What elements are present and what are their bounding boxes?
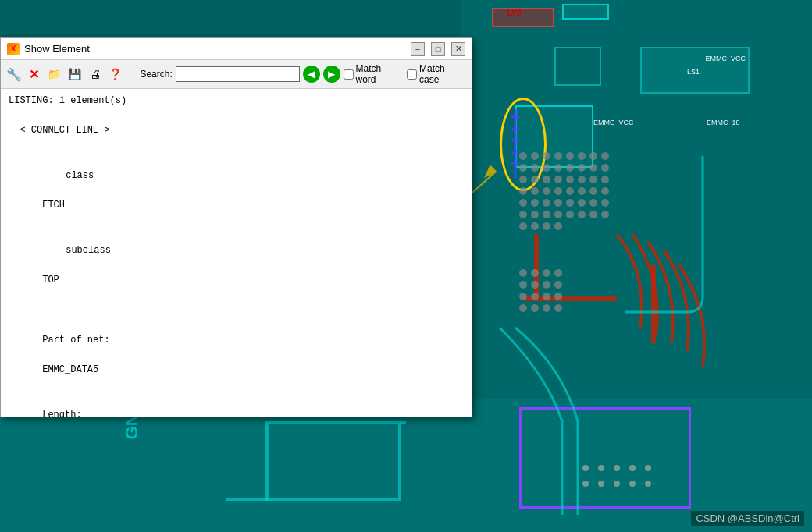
purple-border-rect — [519, 407, 691, 509]
net-label: Part of net: — [42, 335, 109, 346]
match-case-checkbox[interactable] — [407, 69, 417, 80]
dialog-title-area: X Show Element — [7, 43, 90, 55]
net-spacer — [42, 349, 65, 360]
blank-2 — [9, 139, 464, 154]
red-trace-2 — [523, 296, 617, 301]
listing-line: LISTING: 1 element(s) — [9, 94, 464, 108]
cyan-trace-1 — [226, 498, 398, 501]
pcb-ic-2 — [554, 47, 601, 86]
tool-save-button[interactable]: 💾 — [66, 66, 84, 83]
search-input[interactable] — [176, 66, 300, 82]
pcb-label-1: EMMC_VCC — [705, 55, 746, 62]
class-line: class ETCH — [9, 154, 464, 229]
close-button[interactable]: ✕ — [451, 42, 465, 56]
length-label: Length: — [42, 410, 81, 417]
blank-1 — [9, 108, 464, 123]
search-next-button[interactable]: ▶ — [323, 66, 340, 83]
blank-3 — [9, 303, 464, 318]
match-word-checkbox[interactable] — [344, 69, 354, 80]
search-prev-button[interactable]: ◀ — [303, 66, 320, 83]
red-trace-3 — [651, 265, 656, 343]
show-element-dialog: X Show Element − □ ✕ 🔧 ✕ 📁 💾 🖨 ❓ Search:… — [0, 37, 472, 417]
subclass-value: TOP — [42, 275, 59, 286]
subclass-spacer — [42, 260, 87, 271]
dialog-title-text: Show Element — [24, 43, 90, 55]
class-value: ETCH — [42, 200, 65, 211]
tool-cursor-button[interactable]: 🔧 — [5, 66, 23, 83]
dialog-window-controls: − □ ✕ — [411, 42, 465, 56]
red-trace-1 — [534, 234, 539, 296]
pcb-component-2 — [562, 4, 609, 20]
cyan-trace-2 — [398, 423, 401, 501]
subclass-label: subclass — [42, 245, 111, 256]
length-line: Length: 138.1706 — [9, 393, 464, 417]
dialog-content-area[interactable]: LISTING: 1 element(s) < CONNECT LINE > c… — [1, 89, 472, 417]
minimize-button[interactable]: − — [411, 42, 425, 56]
watermark: CSDN @ABSDin@Ctrl — [691, 511, 804, 526]
subclass-line: subclass TOP — [9, 229, 464, 303]
net-line: Part of net: EMMC_DATA5 — [9, 318, 464, 393]
dialog-app-icon: X — [7, 43, 20, 55]
pcb-component-large — [640, 47, 750, 94]
cyan-trace-3 — [265, 421, 406, 424]
dialog-toolbar: 🔧 ✕ 📁 💾 🖨 ❓ Search: ◀ ▶ Match word Match… — [1, 60, 472, 89]
toolbar-separator — [130, 66, 130, 82]
class-label: class — [42, 170, 94, 181]
dialog-titlebar: X Show Element − □ ✕ — [1, 38, 472, 60]
match-case-label: Match case — [407, 63, 467, 85]
tool-help-button[interactable]: ❓ — [107, 66, 124, 83]
connect-line: < CONNECT LINE > — [9, 123, 464, 138]
match-word-label: Match word — [344, 63, 404, 85]
search-label: Search: — [140, 69, 172, 80]
tool-print-button[interactable]: 🖨 — [87, 66, 104, 83]
tool-open-button[interactable]: 📁 — [46, 66, 63, 83]
pcb-ic-1 — [515, 105, 593, 168]
maximize-button[interactable]: □ — [431, 42, 445, 56]
net-value: EMMC_DATA5 — [42, 364, 98, 375]
class-spacer — [42, 185, 104, 196]
cyan-trace-4 — [265, 423, 269, 501]
tool-delete-button[interactable]: ✕ — [26, 66, 43, 83]
pcb-component-1 — [492, 8, 554, 27]
